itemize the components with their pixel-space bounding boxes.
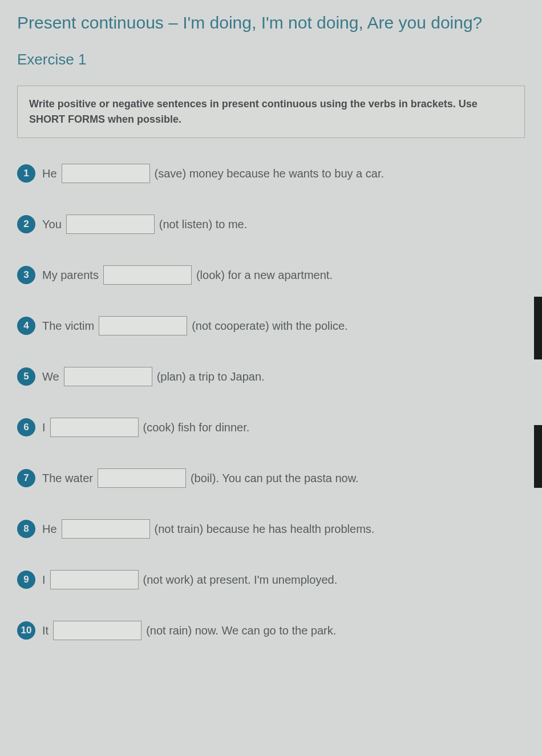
question-number-badge: 1 [17, 164, 35, 183]
question-number-badge: 10 [17, 621, 35, 640]
question-number-badge: 5 [17, 367, 35, 386]
question-row: 4 The victim (not cooperate) with the po… [17, 316, 525, 335]
question-row: 5 We (plan) a trip to Japan. [17, 367, 525, 386]
question-number-badge: 3 [17, 266, 35, 284]
answer-input[interactable] [103, 265, 192, 285]
question-trailing: (not rain) now. We can go to the park. [146, 624, 336, 637]
answer-input[interactable] [62, 519, 150, 539]
question-row: 6 I (cook) fish for dinner. [17, 418, 525, 437]
question-trailing: (not listen) to me. [159, 218, 248, 231]
question-row: 2 You (not listen) to me. [17, 215, 525, 234]
side-tabs [534, 297, 542, 553]
question-trailing: (cook) fish for dinner. [143, 421, 250, 434]
answer-input[interactable] [99, 316, 187, 335]
answer-input[interactable] [50, 418, 139, 437]
question-row: 9 I (not work) at present. I'm unemploye… [17, 570, 525, 589]
question-row: 10 It (not rain) now. We can go to the p… [17, 621, 525, 640]
question-subject: I [42, 573, 46, 587]
question-trailing: (boil). You can put the pasta now. [191, 472, 359, 485]
answer-input[interactable] [53, 621, 141, 640]
question-number-badge: 9 [17, 571, 35, 589]
question-row: 1 He (save) money because he wants to bu… [17, 164, 525, 183]
question-number-badge: 6 [17, 418, 35, 436]
question-trailing: (save) money because he wants to buy a c… [155, 167, 384, 180]
question-trailing: (not train) because he has health proble… [155, 523, 375, 536]
exercise-heading: Exercise 1 [17, 51, 525, 68]
question-trailing: (plan) a trip to Japan. [157, 370, 265, 383]
answer-input[interactable] [50, 570, 139, 589]
question-subject: The victim [42, 320, 94, 333]
question-number-badge: 4 [17, 317, 35, 335]
question-number-badge: 7 [17, 469, 35, 487]
answer-input[interactable] [66, 215, 155, 234]
question-number-badge: 2 [17, 215, 35, 233]
question-row: 7 The water (boil). You can put the past… [17, 468, 525, 488]
question-subject: We [42, 370, 59, 383]
question-row: 8 He (not train) because he has health p… [17, 519, 525, 539]
answer-input[interactable] [98, 468, 186, 488]
question-subject: He [42, 167, 57, 180]
page-title: Present continuous – I'm doing, I'm not … [17, 11, 525, 34]
side-tab[interactable] [534, 425, 542, 488]
question-subject: He [42, 523, 57, 536]
side-tab[interactable] [534, 297, 542, 359]
question-subject: The water [42, 472, 93, 485]
question-subject: My parents [42, 269, 99, 282]
answer-input[interactable] [64, 367, 152, 386]
question-trailing: (not cooperate) with the police. [192, 320, 348, 333]
question-trailing: (not work) at present. I'm unemployed. [143, 573, 338, 587]
question-trailing: (look) for a new apartment. [196, 269, 333, 282]
question-row: 3 My parents (look) for a new apartment. [17, 265, 525, 285]
question-number-badge: 8 [17, 520, 35, 538]
question-subject: You [42, 218, 62, 231]
question-subject: I [42, 421, 46, 434]
instructions-box: Write positive or negative sentences in … [17, 86, 525, 138]
answer-input[interactable] [62, 164, 150, 183]
question-subject: It [42, 624, 48, 637]
